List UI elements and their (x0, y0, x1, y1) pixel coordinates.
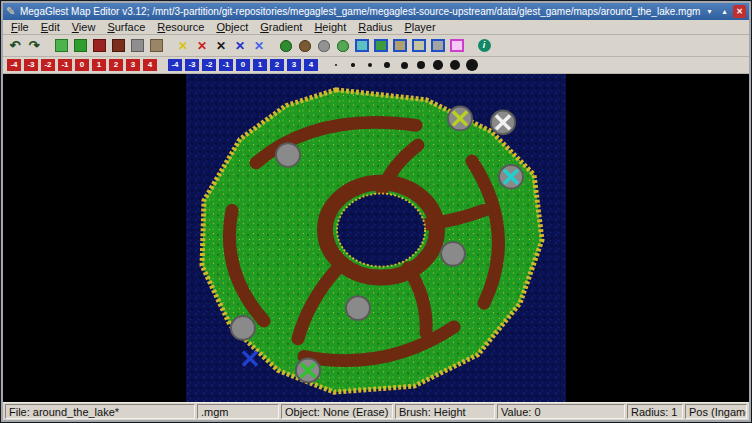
gradient-brush-neg1[interactable]: -1 (218, 58, 234, 73)
info-icon[interactable]: i (475, 37, 493, 55)
height-brush-1[interactable]: 1 (91, 58, 107, 73)
resource-gold-icon[interactable]: ✕ (174, 37, 192, 55)
menu-edit[interactable]: Edit (35, 20, 66, 34)
height-brush-4[interactable]: 4 (142, 58, 158, 73)
height-brush-3-icon: 3 (126, 59, 140, 71)
status-file: File: around_the_lake* (5, 404, 195, 419)
status-ext: .mgm (197, 404, 279, 419)
menu-gradient[interactable]: Gradient (254, 20, 308, 34)
surface-stone-icon-swatch (112, 39, 125, 52)
radius-brush-1[interactable] (328, 58, 344, 73)
object-invisible-icon[interactable] (448, 37, 466, 55)
map-canvas[interactable] (3, 74, 749, 402)
redo-icon-glyph: ↷ (29, 39, 40, 52)
gradient-brush-neg3[interactable]: -3 (184, 58, 200, 73)
redo-icon[interactable]: ↷ (25, 37, 43, 55)
resource-3-icon[interactable]: ✕ (212, 37, 230, 55)
radius-brush-9[interactable] (464, 58, 480, 73)
surface-custom-icon-swatch (150, 39, 163, 52)
radius-brush-9-icon (465, 59, 479, 71)
object-invisible-icon-frame (450, 39, 464, 52)
surface-alt-grass-icon[interactable] (71, 37, 89, 55)
gradient-brush-neg4[interactable]: -4 (167, 58, 183, 73)
surface-road-icon[interactable] (90, 37, 108, 55)
object-big-tree-icon[interactable] (372, 37, 390, 55)
object-big-rock-icon[interactable] (429, 37, 447, 55)
surface-stone-icon[interactable] (109, 37, 127, 55)
gradient-brush-2[interactable]: 2 (269, 58, 285, 73)
height-brush-1-icon: 1 (92, 59, 106, 71)
radius-brush-7[interactable] (430, 58, 446, 73)
rock (276, 143, 300, 167)
minimize-button[interactable]: ▾ (703, 5, 716, 18)
radius-brush-5-icon (397, 59, 411, 71)
radius-brush-6-icon (414, 59, 428, 71)
radius-brush-8-icon (448, 59, 462, 71)
menu-radius[interactable]: Radius (352, 20, 398, 34)
height-brush-neg1-icon: -1 (58, 59, 72, 71)
radius-brush-8[interactable] (447, 58, 463, 73)
object-statues-icon[interactable] (410, 37, 428, 55)
gradient-brush-1[interactable]: 1 (252, 58, 268, 73)
radius-brush-5[interactable] (396, 58, 412, 73)
object-tree-icon[interactable] (277, 37, 295, 55)
height-brush-neg2[interactable]: -2 (40, 58, 56, 73)
menubar: FileEditViewSurfaceResourceObjectGradien… (3, 20, 749, 35)
height-brush-0-icon: 0 (75, 59, 89, 71)
menu-object[interactable]: Object (210, 20, 254, 34)
object-water-object-icon[interactable] (353, 37, 371, 55)
statusbar: File: around_the_lake* .mgm Object: None… (3, 402, 749, 420)
gradient-brush-0[interactable]: 0 (235, 58, 251, 73)
gradient-brush-0-icon: 0 (236, 59, 250, 71)
gradient-brush-1-icon: 1 (253, 59, 267, 71)
rock (231, 316, 255, 340)
radius-brush-3[interactable] (362, 58, 378, 73)
menu-view[interactable]: View (66, 20, 102, 34)
gradient-brush-3[interactable]: 3 (286, 58, 302, 73)
toolbar-separator (44, 45, 52, 46)
close-button[interactable]: ✕ (733, 5, 746, 18)
object-stone-icon[interactable] (315, 37, 333, 55)
radius-brush-2[interactable] (345, 58, 361, 73)
radius-brush-2-icon (346, 59, 360, 71)
object-big-tree-icon-frame (374, 39, 388, 52)
maximize-button[interactable]: ▴ (718, 5, 731, 18)
radius-brush-6[interactable] (413, 58, 429, 73)
toolbar-separator (159, 65, 167, 66)
menu-file[interactable]: File (5, 20, 35, 34)
gradient-brush-neg4-icon: -4 (168, 59, 182, 71)
object-hanged-icon[interactable] (391, 37, 409, 55)
height-brush-neg4-icon: -4 (7, 59, 21, 71)
height-brush-neg4[interactable]: -4 (6, 58, 22, 73)
height-brush-neg2-icon: -2 (41, 59, 55, 71)
gradient-brush-neg2[interactable]: -2 (201, 58, 217, 73)
radius-brush-7-icon (431, 59, 445, 71)
status-radius: Radius: 1 (627, 404, 683, 419)
radius-brush-4[interactable] (379, 58, 395, 73)
menu-height[interactable]: Height (308, 20, 352, 34)
object-big-rock-icon-frame (431, 39, 445, 52)
surface-custom-icon[interactable] (147, 37, 165, 55)
gradient-brush-4[interactable]: 4 (303, 58, 319, 73)
menu-resource[interactable]: Resource (151, 20, 210, 34)
resource-4-icon[interactable]: ✕ (231, 37, 249, 55)
height-brush-2[interactable]: 2 (108, 58, 124, 73)
height-brush-0[interactable]: 0 (74, 58, 90, 73)
titlebar[interactable]: ✎ MegaGlest Map Editor v3.12; /mnt/3-par… (3, 3, 749, 20)
resource-stone-icon[interactable]: ✕ (193, 37, 211, 55)
surface-grass-icon[interactable] (52, 37, 70, 55)
resource-5-icon[interactable]: ✕ (250, 37, 268, 55)
height-brush-neg3-icon: -3 (24, 59, 38, 71)
height-brush-3[interactable]: 3 (125, 58, 141, 73)
surface-alt-grass-icon-swatch (74, 39, 87, 52)
undo-icon[interactable]: ↶ (6, 37, 24, 55)
menu-surface[interactable]: Surface (101, 20, 151, 34)
object-dead-tree-icon[interactable] (296, 37, 314, 55)
map-svg[interactable] (186, 74, 566, 402)
object-bush-icon[interactable] (334, 37, 352, 55)
resource-3-icon-glyph: ✕ (216, 40, 226, 52)
surface-ground-icon[interactable] (128, 37, 146, 55)
menu-player[interactable]: Player (398, 20, 441, 34)
height-brush-neg1[interactable]: -1 (57, 58, 73, 73)
height-brush-neg3[interactable]: -3 (23, 58, 39, 73)
